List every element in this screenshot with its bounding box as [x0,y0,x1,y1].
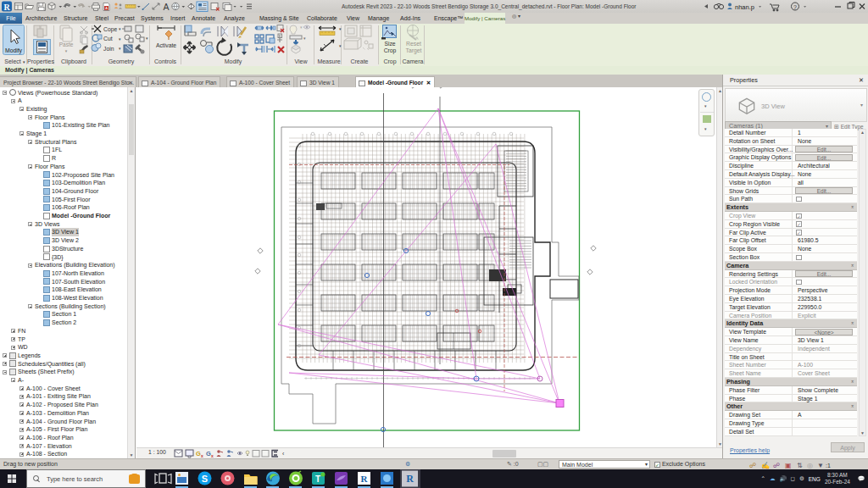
svg-text:Geometry: Geometry [108,58,135,65]
svg-text:Size: Size [384,41,395,47]
svg-text:◎: ◎ [807,462,813,469]
svg-text:R: R [406,473,414,485]
svg-text:T: T [315,474,320,484]
svg-text:S: S [202,474,208,484]
svg-text:R: R [3,3,10,12]
svg-text:▾: ▾ [119,46,121,51]
svg-text:✍: ✍ [761,461,770,469]
svg-text::1: :1 [826,463,831,469]
svg-text:Cope: Cope [103,26,117,33]
svg-text:☍: ☍ [749,462,756,469]
svg-text:Camera: Camera [403,58,424,64]
svg-text:Paste: Paste [59,42,74,47]
svg-text:Measure: Measure [317,58,340,64]
svg-text:Activate: Activate [156,42,176,48]
svg-text:A: A [163,2,169,12]
svg-text:Modify: Modify [225,58,242,65]
svg-text:Crop: Crop [383,58,396,65]
svg-text:Create: Create [350,58,368,64]
svg-text:Target: Target [406,47,422,54]
svg-text:▾: ▾ [119,26,121,31]
svg-text:R: R [361,474,369,484]
svg-text:Select: Select [4,58,21,64]
svg-text:View: View [294,58,308,64]
svg-text:▾: ▾ [23,59,25,64]
svg-text:Modify: Modify [5,47,23,54]
svg-text:▾: ▾ [303,36,306,41]
svg-text:?: ? [793,4,797,10]
svg-text:A: A [105,6,108,10]
svg-text:▣: ▣ [785,462,792,469]
svg-text:▾: ▾ [119,36,121,42]
svg-text:Controls: Controls [154,58,177,64]
svg-text:Properties: Properties [27,58,54,65]
svg-text:☍: ☍ [773,462,780,469]
svg-text:nhan.p: nhan.p [735,3,754,11]
svg-text:▾: ▾ [146,36,148,41]
svg-text:▼: ▼ [817,462,824,469]
svg-text:Clipboard: Clipboard [61,58,86,65]
svg-text:Crop: Crop [384,47,397,54]
svg-text:▾: ▾ [300,25,303,30]
svg-text:Cut: Cut [103,36,113,42]
svg-text:⇅: ⇅ [797,462,803,469]
svg-text:‹: ‹ [282,451,285,457]
svg-text:▾: ▾ [65,48,68,53]
svg-text:Join: Join [103,46,114,52]
svg-text:Reset: Reset [406,41,421,47]
